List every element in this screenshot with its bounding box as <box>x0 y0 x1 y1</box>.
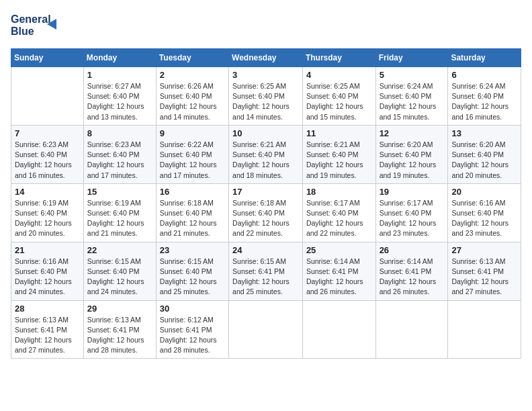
day-number: 28 <box>15 304 80 314</box>
calendar-cell: 17Sunrise: 6:18 AM Sunset: 6:40 PM Dayli… <box>229 183 303 242</box>
day-info: Sunrise: 6:17 AM Sunset: 6:40 PM Dayligh… <box>380 198 445 239</box>
weekday-header: Saturday <box>448 49 521 67</box>
calendar-cell: 8Sunrise: 6:23 AM Sunset: 6:40 PM Daylig… <box>83 125 156 183</box>
day-info: Sunrise: 6:26 AM Sunset: 6:40 PM Dayligh… <box>160 81 225 122</box>
calendar-cell: 10Sunrise: 6:21 AM Sunset: 6:40 PM Dayli… <box>229 125 303 183</box>
day-number: 9 <box>160 128 225 138</box>
calendar-cell: 20Sunrise: 6:16 AM Sunset: 6:40 PM Dayli… <box>448 183 521 242</box>
calendar-cell: 7Sunrise: 6:23 AM Sunset: 6:40 PM Daylig… <box>11 125 84 183</box>
day-info: Sunrise: 6:13 AM Sunset: 6:41 PM Dayligh… <box>15 315 80 356</box>
day-number: 4 <box>306 70 372 80</box>
day-info: Sunrise: 6:15 AM Sunset: 6:40 PM Dayligh… <box>160 257 225 298</box>
page-header: GeneralBlue <box>11 11 521 40</box>
day-number: 18 <box>306 187 372 197</box>
day-info: Sunrise: 6:13 AM Sunset: 6:41 PM Dayligh… <box>451 257 517 298</box>
calendar-cell: 28Sunrise: 6:13 AM Sunset: 6:41 PM Dayli… <box>11 300 84 359</box>
calendar-cell: 9Sunrise: 6:22 AM Sunset: 6:40 PM Daylig… <box>156 125 228 183</box>
weekday-header: Sunday <box>11 49 84 67</box>
calendar-week-row: 7Sunrise: 6:23 AM Sunset: 6:40 PM Daylig… <box>11 125 521 183</box>
day-info: Sunrise: 6:23 AM Sunset: 6:40 PM Dayligh… <box>15 140 80 181</box>
day-number: 5 <box>380 70 445 80</box>
day-number: 20 <box>451 187 517 197</box>
calendar-cell: 18Sunrise: 6:17 AM Sunset: 6:40 PM Dayli… <box>302 183 375 242</box>
day-number: 14 <box>15 187 80 197</box>
day-number: 24 <box>232 245 299 255</box>
day-info: Sunrise: 6:15 AM Sunset: 6:41 PM Dayligh… <box>232 257 299 298</box>
day-number: 10 <box>232 128 299 138</box>
day-number: 23 <box>160 245 225 255</box>
calendar-header-row: SundayMondayTuesdayWednesdayThursdayFrid… <box>11 49 521 67</box>
calendar-cell: 25Sunrise: 6:14 AM Sunset: 6:41 PM Dayli… <box>302 242 375 300</box>
day-info: Sunrise: 6:18 AM Sunset: 6:40 PM Dayligh… <box>160 198 225 239</box>
calendar-cell: 13Sunrise: 6:20 AM Sunset: 6:40 PM Dayli… <box>448 125 521 183</box>
calendar-cell: 21Sunrise: 6:16 AM Sunset: 6:40 PM Dayli… <box>11 242 84 300</box>
calendar-cell: 11Sunrise: 6:21 AM Sunset: 6:40 PM Dayli… <box>302 125 375 183</box>
day-info: Sunrise: 6:21 AM Sunset: 6:40 PM Dayligh… <box>232 140 299 181</box>
calendar-cell: 4Sunrise: 6:25 AM Sunset: 6:40 PM Daylig… <box>302 67 375 126</box>
calendar-cell: 24Sunrise: 6:15 AM Sunset: 6:41 PM Dayli… <box>229 242 303 300</box>
day-info: Sunrise: 6:14 AM Sunset: 6:41 PM Dayligh… <box>306 257 372 298</box>
day-info: Sunrise: 6:22 AM Sunset: 6:40 PM Dayligh… <box>160 140 225 181</box>
logo-icon: GeneralBlue <box>11 11 64 40</box>
day-number: 15 <box>87 187 152 197</box>
day-number: 6 <box>451 70 517 80</box>
svg-text:General: General <box>11 13 51 25</box>
calendar-cell <box>302 300 375 359</box>
day-number: 30 <box>160 304 225 314</box>
day-info: Sunrise: 6:15 AM Sunset: 6:40 PM Dayligh… <box>87 257 152 298</box>
calendar-cell: 22Sunrise: 6:15 AM Sunset: 6:40 PM Dayli… <box>83 242 156 300</box>
day-info: Sunrise: 6:24 AM Sunset: 6:40 PM Dayligh… <box>380 81 445 122</box>
day-info: Sunrise: 6:16 AM Sunset: 6:40 PM Dayligh… <box>451 198 517 239</box>
calendar-cell <box>11 67 84 126</box>
day-info: Sunrise: 6:19 AM Sunset: 6:40 PM Dayligh… <box>15 198 80 239</box>
calendar-week-row: 1Sunrise: 6:27 AM Sunset: 6:40 PM Daylig… <box>11 67 521 126</box>
day-number: 8 <box>87 128 152 138</box>
day-number: 12 <box>380 128 445 138</box>
calendar-cell: 27Sunrise: 6:13 AM Sunset: 6:41 PM Dayli… <box>448 242 521 300</box>
calendar-cell: 19Sunrise: 6:17 AM Sunset: 6:40 PM Dayli… <box>375 183 448 242</box>
day-info: Sunrise: 6:23 AM Sunset: 6:40 PM Dayligh… <box>87 140 152 181</box>
calendar-cell: 5Sunrise: 6:24 AM Sunset: 6:40 PM Daylig… <box>375 67 448 126</box>
day-info: Sunrise: 6:19 AM Sunset: 6:40 PM Dayligh… <box>87 198 152 239</box>
day-info: Sunrise: 6:25 AM Sunset: 6:40 PM Dayligh… <box>232 81 299 122</box>
calendar-table: SundayMondayTuesdayWednesdayThursdayFrid… <box>11 48 521 359</box>
day-number: 26 <box>380 245 445 255</box>
day-number: 21 <box>15 245 80 255</box>
day-number: 25 <box>306 245 372 255</box>
day-info: Sunrise: 6:21 AM Sunset: 6:40 PM Dayligh… <box>306 140 372 181</box>
calendar-week-row: 28Sunrise: 6:13 AM Sunset: 6:41 PM Dayli… <box>11 300 521 359</box>
calendar-cell: 30Sunrise: 6:12 AM Sunset: 6:41 PM Dayli… <box>156 300 228 359</box>
calendar-cell: 1Sunrise: 6:27 AM Sunset: 6:40 PM Daylig… <box>83 67 156 126</box>
calendar-cell <box>229 300 303 359</box>
day-number: 17 <box>232 187 299 197</box>
weekday-header: Monday <box>83 49 156 67</box>
day-number: 11 <box>306 128 372 138</box>
calendar-cell: 12Sunrise: 6:20 AM Sunset: 6:40 PM Dayli… <box>375 125 448 183</box>
day-info: Sunrise: 6:20 AM Sunset: 6:40 PM Dayligh… <box>380 140 445 181</box>
calendar-cell: 15Sunrise: 6:19 AM Sunset: 6:40 PM Dayli… <box>83 183 156 242</box>
calendar-cell: 6Sunrise: 6:24 AM Sunset: 6:40 PM Daylig… <box>448 67 521 126</box>
calendar-cell <box>375 300 448 359</box>
day-info: Sunrise: 6:25 AM Sunset: 6:40 PM Dayligh… <box>306 81 372 122</box>
day-info: Sunrise: 6:27 AM Sunset: 6:40 PM Dayligh… <box>87 81 152 122</box>
calendar-week-row: 14Sunrise: 6:19 AM Sunset: 6:40 PM Dayli… <box>11 183 521 242</box>
calendar-cell <box>448 300 521 359</box>
weekday-header: Thursday <box>302 49 375 67</box>
weekday-header: Tuesday <box>156 49 228 67</box>
day-info: Sunrise: 6:18 AM Sunset: 6:40 PM Dayligh… <box>232 198 299 239</box>
day-number: 16 <box>160 187 225 197</box>
calendar-week-row: 21Sunrise: 6:16 AM Sunset: 6:40 PM Dayli… <box>11 242 521 300</box>
calendar-cell: 23Sunrise: 6:15 AM Sunset: 6:40 PM Dayli… <box>156 242 228 300</box>
day-info: Sunrise: 6:17 AM Sunset: 6:40 PM Dayligh… <box>306 198 372 239</box>
day-number: 22 <box>87 245 152 255</box>
day-info: Sunrise: 6:16 AM Sunset: 6:40 PM Dayligh… <box>15 257 80 298</box>
day-info: Sunrise: 6:13 AM Sunset: 6:41 PM Dayligh… <box>87 315 152 356</box>
day-info: Sunrise: 6:12 AM Sunset: 6:41 PM Dayligh… <box>160 315 225 356</box>
day-number: 3 <box>232 70 299 80</box>
day-number: 7 <box>15 128 80 138</box>
svg-text:Blue: Blue <box>11 26 34 37</box>
weekday-header: Wednesday <box>229 49 303 67</box>
calendar-cell: 3Sunrise: 6:25 AM Sunset: 6:40 PM Daylig… <box>229 67 303 126</box>
calendar-cell: 16Sunrise: 6:18 AM Sunset: 6:40 PM Dayli… <box>156 183 228 242</box>
day-number: 29 <box>87 304 152 314</box>
